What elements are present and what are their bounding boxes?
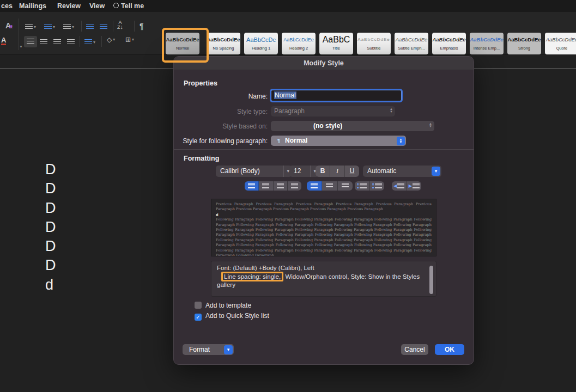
line-spacing-icon[interactable]: ▾: [84, 38, 95, 46]
bold-button[interactable]: B: [316, 166, 330, 177]
single-spacing-button[interactable]: [307, 181, 322, 191]
menu-item-references-partial[interactable]: ces: [1, 2, 13, 10]
font-size-dropdown[interactable]: 12▾: [289, 166, 319, 177]
stepper-icon: ▲▼: [390, 108, 393, 113]
previous-paragraph-text: Previous Paragraph Previous Paragraph Pr…: [216, 202, 432, 212]
dialog-title: Modify Style: [174, 57, 474, 70]
ribbon: Aa ▾ ▾ ▾ AZ↓ ¶ A ▾ ▾ ◇▾ ⊞▾ AaBbCcDdEe No…: [0, 12, 576, 55]
formatting-heading: Formatting: [184, 155, 219, 162]
align-right-button[interactable]: [274, 181, 288, 191]
sort-icon[interactable]: AZ↓: [117, 20, 123, 29]
following-paragraph-dropdown[interactable]: ¶Normal▲▼: [271, 136, 406, 146]
style-description-box: Font: (Default) +Body (Calibri), Left Li…: [211, 261, 436, 297]
double-spacing-button[interactable]: [338, 181, 353, 191]
bold-italic-underline-group: B I U: [316, 166, 359, 177]
style-card-strong[interactable]: AaBbCcDdEe Strong: [507, 33, 541, 54]
chevron-down-icon[interactable]: ▾: [20, 44, 22, 49]
menu-item-tell-me[interactable]: Tell me: [113, 2, 144, 10]
menu-item-review[interactable]: Review: [57, 2, 81, 10]
chevron-down-icon: ▾: [283, 166, 289, 177]
increase-space-before-button[interactable]: [355, 181, 370, 191]
sample-text: d: [216, 212, 432, 217]
divider: [134, 21, 135, 32]
indent-group: ◀ ▶: [392, 181, 421, 191]
paragraph-mark-icon[interactable]: ¶: [140, 22, 144, 30]
scrollbar-thumb[interactable]: [429, 266, 433, 294]
divider: [80, 36, 80, 47]
checkbox-unchecked-icon: [195, 302, 202, 309]
line-spacing-highlight: Line spacing: single,: [221, 272, 283, 281]
paragraph-spacing-group: [355, 181, 384, 191]
pilcrow-icon: ¶: [277, 136, 280, 146]
add-to-template-checkbox[interactable]: Add to template: [195, 302, 251, 310]
style-card-normal[interactable]: AaBbCcDdEe Normal: [166, 33, 199, 54]
text-effects-icon[interactable]: Aa: [5, 21, 11, 30]
increase-indent-button[interactable]: ▶: [407, 181, 422, 191]
checkbox-checked-icon: ✓: [195, 314, 202, 321]
divider: [19, 19, 19, 50]
align-center-button[interactable]: [259, 181, 273, 191]
word-window: ces Mailings Review View Tell me Aa ▾ ▾ …: [0, 0, 576, 392]
cancel-button[interactable]: Cancel: [401, 344, 428, 355]
style-preview-box: Previous Paragraph Previous Paragraph Pr…: [211, 199, 436, 256]
alignment-group: [245, 181, 301, 191]
modify-style-dialog: Modify Style Properties Name: Normal Sty…: [173, 56, 474, 365]
decrease-indent-icon[interactable]: [86, 23, 94, 31]
lightbulb-icon: [113, 3, 119, 8]
underline-button[interactable]: U: [345, 166, 359, 177]
style-card-no-spacing[interactable]: AaBbCcDdEe No Spacing: [207, 33, 240, 54]
style-card-subtitle[interactable]: AaBbCcDdEe Subtitle: [357, 33, 391, 54]
style-type-dropdown: Paragraph▲▼: [271, 106, 395, 117]
divider: [101, 36, 102, 47]
following-paragraph-text: Following Paragraph Following Paragraph …: [216, 217, 432, 256]
borders-icon[interactable]: ⊞▾: [125, 36, 134, 44]
divider: [174, 149, 474, 150]
font-family-dropdown[interactable]: Calibri (Body)▾: [216, 166, 292, 177]
menu-item-view[interactable]: View: [89, 2, 105, 10]
format-button[interactable]: Format▾: [183, 344, 234, 355]
shading-icon[interactable]: ◇▾: [107, 36, 115, 44]
font-color-dropdown[interactable]: Automatic▾: [363, 166, 441, 177]
properties-heading: Properties: [184, 79, 217, 87]
one-half-spacing-button[interactable]: [322, 181, 337, 191]
style-card-intense-emphasis[interactable]: AaBbCcDdEe Intense Emp...: [470, 33, 504, 54]
style-card-title[interactable]: AaBbC Title: [319, 33, 353, 54]
align-left-button[interactable]: [245, 181, 259, 191]
chevron-down-icon: ▾: [432, 167, 440, 176]
menu-bar: ces Mailings Review View Tell me: [0, 0, 576, 12]
align-right-icon[interactable]: [53, 38, 61, 46]
style-type-label: Style type:: [174, 108, 268, 115]
divider: [113, 21, 113, 32]
align-left-icon[interactable]: [24, 36, 37, 47]
increase-space-after-button[interactable]: [370, 181, 385, 191]
justify-button[interactable]: [288, 181, 301, 191]
style-card-subtle-emphasis[interactable]: AaBbCcDdEe Subtle Emph...: [395, 33, 428, 54]
stepper-icon: ▲▼: [429, 122, 432, 128]
justify-icon[interactable]: [67, 38, 75, 46]
increase-indent-icon[interactable]: [100, 23, 107, 31]
italic-button[interactable]: I: [330, 166, 345, 177]
document-text: D D D D D D d: [45, 161, 56, 296]
align-center-icon[interactable]: [40, 38, 47, 46]
decrease-indent-button[interactable]: ◀: [392, 181, 407, 191]
menu-item-mailings[interactable]: Mailings: [19, 2, 46, 10]
divider: [81, 21, 82, 32]
name-label: Name:: [174, 93, 268, 100]
line-spacing-group: [307, 181, 353, 191]
stepper-icon: ▲▼: [397, 137, 405, 145]
style-card-heading-1[interactable]: AaBbCcDc Heading 1: [244, 33, 278, 54]
style-based-on-label: Style based on:: [174, 122, 268, 130]
name-input[interactable]: Normal: [271, 90, 402, 101]
numbered-list-icon[interactable]: ▾: [44, 23, 55, 31]
font-color-icon[interactable]: A: [1, 37, 6, 45]
style-card-quote[interactable]: AaBbCcDdEe Quote: [545, 33, 576, 54]
chevron-down-icon: ▾: [224, 345, 233, 354]
following-paragraph-label: Style for following paragraph:: [174, 137, 268, 145]
style-based-on-dropdown[interactable]: (no style)▲▼: [271, 121, 434, 131]
ok-button[interactable]: OK: [435, 344, 464, 355]
bullet-list-icon[interactable]: ▾: [25, 23, 36, 31]
add-to-quick-style-checkbox[interactable]: ✓Add to Quick Style list: [195, 312, 269, 320]
multilevel-list-icon[interactable]: ▾: [63, 23, 74, 31]
style-card-heading-2[interactable]: AaBbCcDdEe Heading 2: [282, 33, 316, 54]
style-card-emphasis[interactable]: AaBbCcDdEe Emphasis: [432, 33, 466, 54]
